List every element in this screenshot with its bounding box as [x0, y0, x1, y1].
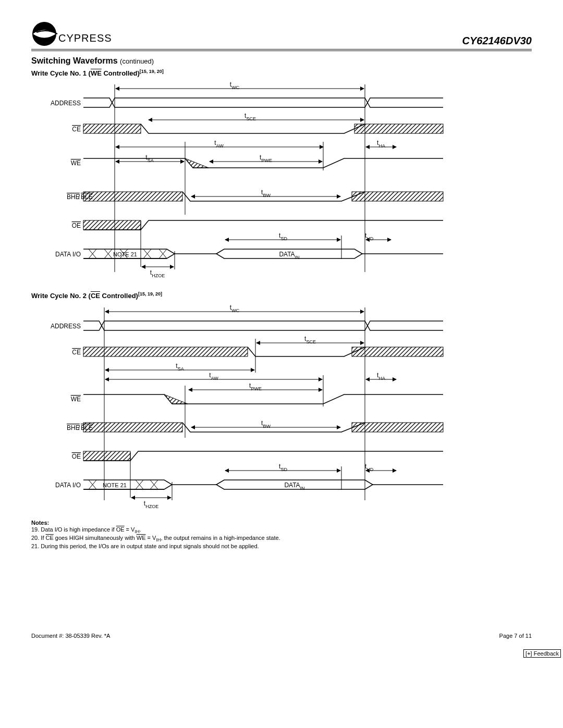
timing-diagram-1: tWC ADDRESS CE tSCE WE tAW tHA tSA tPWE … [31, 79, 532, 284]
svg-text:tSD: tSD [279, 463, 287, 472]
svg-text:tBW: tBW [261, 189, 271, 198]
cypress-logo: CYPRESS [31, 21, 120, 47]
svg-rect-9 [354, 124, 443, 133]
svg-text:/: / [78, 424, 80, 431]
svg-text:tAW: tAW [209, 372, 218, 381]
svg-text:tHZOE: tHZOE [150, 269, 165, 278]
svg-text:tHZOE: tHZOE [144, 500, 158, 509]
note-20: 20. If CE goes HIGH simultaneously with … [31, 535, 532, 542]
svg-rect-74 [83, 451, 130, 461]
page-header: CYPRESS CY62146DV30 [31, 21, 532, 51]
svg-text:tWC: tWC [230, 81, 240, 90]
svg-rect-27 [352, 192, 443, 201]
svg-text:DATA I/O: DATA I/O [55, 251, 81, 258]
subtitle2-signal-overline: CE [91, 292, 100, 300]
write-cycle-1-title: Write Cycle No. 1 (WE Controlled)[15, 19… [31, 69, 532, 77]
svg-text:DATA  I/O: DATA I/O [55, 482, 81, 489]
svg-text:WE: WE [71, 396, 81, 403]
svg-text:OE: OE [72, 222, 81, 229]
feedback-button[interactable]: [+] Feedback [523, 649, 561, 658]
svg-rect-26 [83, 192, 182, 201]
svg-text:/: / [78, 193, 80, 201]
svg-rect-70 [352, 423, 443, 432]
section-title-continued: (continued) [120, 57, 154, 65]
svg-text:tSCE: tSCE [304, 335, 316, 344]
svg-rect-8 [83, 124, 141, 133]
svg-text:tPWE: tPWE [260, 154, 272, 163]
svg-text:tSCE: tSCE [244, 112, 256, 121]
part-number: CY62146DV30 [462, 35, 532, 47]
write-cycle-2-title: Write Cycle No. 2 (CE Controlled)[15, 19… [31, 291, 532, 300]
note-19: 19. Data I/O is high impedance if OE = V… [31, 526, 532, 534]
svg-rect-50 [83, 347, 248, 356]
svg-rect-31 [83, 220, 141, 230]
page-number: Page 7 of 11 [499, 633, 532, 639]
page-footer: Document #: 38-05339 Rev. *A Page 7 of 1… [31, 633, 532, 639]
svg-text:WE: WE [71, 159, 81, 167]
svg-text:tBW: tBW [261, 419, 271, 429]
svg-text:CE: CE [72, 349, 81, 356]
svg-text:tSD: tSD [279, 232, 287, 241]
svg-text:ADDRESS: ADDRESS [51, 323, 81, 330]
subtitle2-suffix: Controlled) [100, 292, 138, 300]
svg-text:NOTE 21: NOTE 21 [113, 251, 137, 257]
subtitle2-refs: [15, 19, 20] [138, 291, 162, 297]
subtitle1-prefix: Write Cycle No. 1 ( [31, 69, 91, 77]
subtitle2-prefix: Write Cycle No. 2 ( [31, 292, 91, 300]
svg-text:tHA: tHA [377, 372, 385, 381]
svg-text:OE: OE [72, 453, 81, 460]
section-title-main: Switching Waveforms [31, 56, 118, 65]
svg-text:tHA: tHA [377, 139, 385, 149]
brand-text: CYPRESS [58, 32, 112, 44]
timing-diagram-2: tWC ADDRESS CE tSCE tSA tAW tHA WE tPWE … [31, 302, 532, 512]
svg-text:BHE: BHE [67, 424, 80, 431]
notes-heading: Notes: [31, 520, 532, 526]
subtitle1-signal-overline: WE [91, 69, 102, 77]
svg-text:tHD: tHD [365, 463, 374, 472]
svg-text:tPWE: tPWE [249, 382, 262, 391]
svg-rect-69 [83, 423, 182, 432]
svg-text:BHE: BHE [67, 193, 80, 201]
subtitle1-suffix: Controlled) [102, 69, 140, 77]
svg-text:NOTE 21: NOTE 21 [103, 482, 127, 488]
svg-text:tAW: tAW [214, 139, 224, 149]
document-number: Document #: 38-05339 Rev. *A [31, 633, 110, 639]
svg-rect-51 [352, 347, 443, 356]
svg-text:tWC: tWC [230, 304, 240, 313]
svg-text:ADDRESS: ADDRESS [51, 100, 81, 107]
svg-text:CE: CE [72, 126, 81, 133]
subtitle1-refs: [15, 19, 20] [140, 69, 164, 74]
svg-text:tHD: tHD [365, 232, 374, 241]
note-21: 21. During this period, the I/Os are in … [31, 543, 532, 549]
section-title: Switching Waveforms (continued) [31, 56, 532, 66]
